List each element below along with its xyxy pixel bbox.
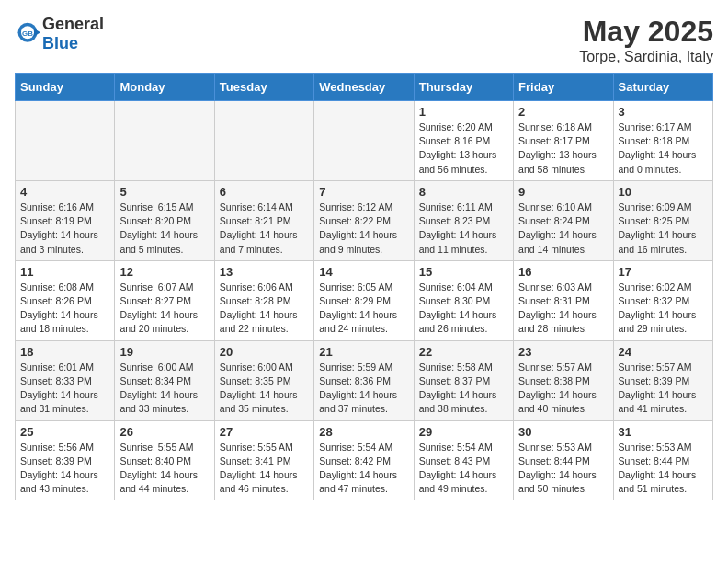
svg-text:GB: GB	[22, 29, 33, 38]
day-detail: Sunrise: 5:55 AM Sunset: 8:40 PM Dayligh…	[119, 441, 209, 497]
day-detail: Sunrise: 6:06 AM Sunset: 8:28 PM Dayligh…	[220, 281, 309, 337]
calendar-cell	[16, 101, 115, 181]
day-number: 31	[619, 425, 708, 439]
day-detail: Sunrise: 5:54 AM Sunset: 8:43 PM Dayligh…	[419, 441, 508, 497]
day-number: 14	[319, 265, 408, 279]
calendar-cell: 26Sunrise: 5:55 AM Sunset: 8:40 PM Dayli…	[115, 420, 214, 500]
day-detail: Sunrise: 6:03 AM Sunset: 8:31 PM Dayligh…	[518, 281, 608, 337]
day-detail: Sunrise: 6:05 AM Sunset: 8:29 PM Dayligh…	[319, 281, 408, 337]
calendar-cell: 17Sunrise: 6:02 AM Sunset: 8:32 PM Dayli…	[613, 260, 712, 340]
day-number: 3	[619, 105, 708, 119]
calendar-cell: 27Sunrise: 5:55 AM Sunset: 8:41 PM Dayli…	[214, 420, 313, 500]
day-number: 11	[20, 265, 109, 279]
calendar-cell: 6Sunrise: 6:14 AM Sunset: 8:21 PM Daylig…	[214, 180, 313, 260]
calendar-cell: 4Sunrise: 6:16 AM Sunset: 8:19 PM Daylig…	[16, 180, 115, 260]
day-detail: Sunrise: 6:16 AM Sunset: 8:19 PM Dayligh…	[20, 201, 109, 257]
day-detail: Sunrise: 6:20 AM Sunset: 8:16 PM Dayligh…	[419, 121, 508, 177]
calendar-cell: 9Sunrise: 6:10 AM Sunset: 8:24 PM Daylig…	[514, 180, 613, 260]
day-number: 20	[220, 345, 309, 359]
day-number: 22	[419, 345, 508, 359]
logo-general: General	[42, 15, 104, 33]
calendar-cell: 1Sunrise: 6:20 AM Sunset: 8:16 PM Daylig…	[414, 101, 513, 181]
calendar-cell	[314, 101, 414, 181]
day-number: 15	[419, 265, 508, 279]
calendar-cell: 18Sunrise: 6:01 AM Sunset: 8:33 PM Dayli…	[16, 340, 115, 420]
day-number: 29	[419, 425, 508, 439]
calendar-cell: 16Sunrise: 6:03 AM Sunset: 8:31 PM Dayli…	[514, 260, 613, 340]
day-number: 25	[20, 425, 109, 439]
day-detail: Sunrise: 6:01 AM Sunset: 8:33 PM Dayligh…	[20, 361, 109, 417]
day-number: 30	[518, 425, 608, 439]
calendar-cell: 21Sunrise: 5:59 AM Sunset: 8:36 PM Dayli…	[314, 340, 414, 420]
calendar-cell	[115, 101, 214, 181]
calendar-week-row: 11Sunrise: 6:08 AM Sunset: 8:26 PM Dayli…	[16, 260, 713, 340]
day-number: 4	[20, 185, 109, 199]
column-header-saturday: Saturday	[613, 74, 712, 101]
calendar-cell: 19Sunrise: 6:00 AM Sunset: 8:34 PM Dayli…	[115, 340, 214, 420]
calendar-cell	[214, 101, 313, 181]
calendar-week-row: 25Sunrise: 5:56 AM Sunset: 8:39 PM Dayli…	[16, 420, 713, 500]
day-number: 9	[518, 185, 608, 199]
calendar-cell: 22Sunrise: 5:58 AM Sunset: 8:37 PM Dayli…	[414, 340, 513, 420]
column-header-sunday: Sunday	[16, 74, 115, 101]
day-detail: Sunrise: 6:11 AM Sunset: 8:23 PM Dayligh…	[419, 201, 508, 257]
calendar-cell: 23Sunrise: 5:57 AM Sunset: 8:38 PM Dayli…	[514, 340, 613, 420]
day-number: 17	[619, 265, 708, 279]
calendar-cell: 3Sunrise: 6:17 AM Sunset: 8:18 PM Daylig…	[613, 101, 712, 181]
calendar-cell: 24Sunrise: 5:57 AM Sunset: 8:39 PM Dayli…	[613, 340, 712, 420]
day-detail: Sunrise: 5:59 AM Sunset: 8:36 PM Dayligh…	[319, 361, 408, 417]
calendar-cell: 25Sunrise: 5:56 AM Sunset: 8:39 PM Dayli…	[16, 420, 115, 500]
day-detail: Sunrise: 6:08 AM Sunset: 8:26 PM Dayligh…	[20, 281, 109, 337]
calendar-table: SundayMondayTuesdayWednesdayThursdayFrid…	[15, 73, 713, 500]
day-detail: Sunrise: 6:17 AM Sunset: 8:18 PM Dayligh…	[619, 121, 708, 177]
day-detail: Sunrise: 6:00 AM Sunset: 8:34 PM Dayligh…	[119, 361, 209, 417]
day-detail: Sunrise: 6:14 AM Sunset: 8:21 PM Dayligh…	[220, 201, 309, 257]
calendar-cell: 14Sunrise: 6:05 AM Sunset: 8:29 PM Dayli…	[314, 260, 414, 340]
page-header: GB General Blue May 2025 Torpe, Sardinia…	[15, 15, 713, 65]
calendar-cell: 12Sunrise: 6:07 AM Sunset: 8:27 PM Dayli…	[115, 260, 214, 340]
day-number: 18	[20, 345, 109, 359]
calendar-week-row: 1Sunrise: 6:20 AM Sunset: 8:16 PM Daylig…	[16, 101, 713, 181]
day-number: 26	[119, 425, 209, 439]
day-detail: Sunrise: 6:09 AM Sunset: 8:25 PM Dayligh…	[619, 201, 708, 257]
calendar-cell: 11Sunrise: 6:08 AM Sunset: 8:26 PM Dayli…	[16, 260, 115, 340]
calendar-week-row: 18Sunrise: 6:01 AM Sunset: 8:33 PM Dayli…	[16, 340, 713, 420]
day-detail: Sunrise: 5:57 AM Sunset: 8:39 PM Dayligh…	[619, 361, 708, 417]
calendar-cell: 8Sunrise: 6:11 AM Sunset: 8:23 PM Daylig…	[414, 180, 513, 260]
logo-text: General Blue	[42, 15, 104, 53]
main-title: May 2025	[579, 15, 713, 49]
day-detail: Sunrise: 5:53 AM Sunset: 8:44 PM Dayligh…	[518, 441, 608, 497]
subtitle: Torpe, Sardinia, Italy	[579, 49, 713, 65]
day-number: 28	[319, 425, 408, 439]
day-detail: Sunrise: 5:56 AM Sunset: 8:39 PM Dayligh…	[20, 441, 109, 497]
calendar-cell: 30Sunrise: 5:53 AM Sunset: 8:44 PM Dayli…	[514, 420, 613, 500]
day-detail: Sunrise: 6:07 AM Sunset: 8:27 PM Dayligh…	[119, 281, 209, 337]
column-header-friday: Friday	[514, 74, 613, 101]
day-number: 2	[518, 105, 608, 119]
day-number: 16	[518, 265, 608, 279]
day-detail: Sunrise: 5:54 AM Sunset: 8:42 PM Dayligh…	[319, 441, 408, 497]
day-number: 23	[518, 345, 608, 359]
day-number: 21	[319, 345, 408, 359]
day-number: 7	[319, 185, 408, 199]
calendar-cell: 7Sunrise: 6:12 AM Sunset: 8:22 PM Daylig…	[314, 180, 414, 260]
calendar-cell: 20Sunrise: 6:00 AM Sunset: 8:35 PM Dayli…	[214, 340, 313, 420]
day-number: 13	[220, 265, 309, 279]
calendar-week-row: 4Sunrise: 6:16 AM Sunset: 8:19 PM Daylig…	[16, 180, 713, 260]
calendar-cell: 10Sunrise: 6:09 AM Sunset: 8:25 PM Dayli…	[613, 180, 712, 260]
day-detail: Sunrise: 6:18 AM Sunset: 8:17 PM Dayligh…	[518, 121, 608, 177]
day-number: 19	[119, 345, 209, 359]
calendar-cell: 2Sunrise: 6:18 AM Sunset: 8:17 PM Daylig…	[514, 101, 613, 181]
column-header-wednesday: Wednesday	[314, 74, 414, 101]
day-detail: Sunrise: 6:12 AM Sunset: 8:22 PM Dayligh…	[319, 201, 408, 257]
day-number: 27	[220, 425, 309, 439]
day-number: 5	[119, 185, 209, 199]
title-block: May 2025 Torpe, Sardinia, Italy	[579, 15, 713, 65]
column-header-tuesday: Tuesday	[214, 74, 313, 101]
calendar-cell: 13Sunrise: 6:06 AM Sunset: 8:28 PM Dayli…	[214, 260, 313, 340]
logo-icon: GB	[15, 21, 40, 47]
column-header-monday: Monday	[115, 74, 214, 101]
calendar-cell: 31Sunrise: 5:53 AM Sunset: 8:44 PM Dayli…	[613, 420, 712, 500]
day-detail: Sunrise: 6:15 AM Sunset: 8:20 PM Dayligh…	[119, 201, 209, 257]
day-detail: Sunrise: 6:02 AM Sunset: 8:32 PM Dayligh…	[619, 281, 708, 337]
